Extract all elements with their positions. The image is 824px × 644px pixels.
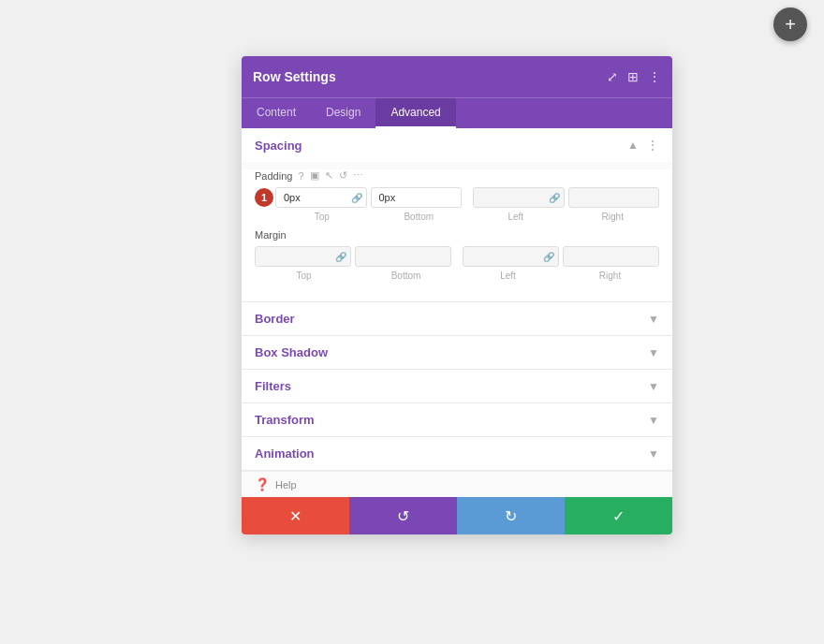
padding-col-labels: Top Bottom Left Right <box>275 212 659 222</box>
tab-advanced[interactable]: Advanced <box>375 98 455 128</box>
redo-button[interactable]: ↻ <box>457 497 565 534</box>
margin-right-input[interactable] <box>563 246 659 267</box>
spacing-content: Padding ? ▣ ↖ ↺ ⋯ 1 🔗 <box>242 169 672 301</box>
margin-divider <box>455 246 459 267</box>
padding-right-label: Right <box>566 212 660 222</box>
section-box-shadow-header[interactable]: Box Shadow ▼ <box>242 336 672 369</box>
panel-footer: ✕ ↺ ↻ ✓ <box>242 497 672 534</box>
padding-left-group: 🔗 <box>473 187 565 208</box>
margin-left-label: Left <box>459 271 557 281</box>
margin-bottom-label: Bottom <box>357 271 455 281</box>
margin-right-group <box>563 246 659 267</box>
layout-icon[interactable]: ⊞ <box>627 69 639 84</box>
help-text: Help <box>275 479 297 490</box>
padding-top-group: 🔗 <box>275 187 367 208</box>
undo-icon: ↺ <box>397 507 409 525</box>
section-transform-title: Transform <box>255 413 648 427</box>
padding-divider <box>465 187 469 208</box>
padding-top-label: Top <box>275 212 369 222</box>
panel-header: Row Settings ⤢ ⊞ ⋮ <box>242 56 672 97</box>
section-filters-title: Filters <box>255 379 648 393</box>
cancel-icon: ✕ <box>289 507 302 525</box>
row-settings-panel: Row Settings ⤢ ⊞ ⋮ Content Design Advanc… <box>242 56 672 534</box>
transform-chevron-icon: ▼ <box>648 414 659 427</box>
expand-icon[interactable]: ⤢ <box>607 69 618 84</box>
tabs-bar: Content Design Advanced <box>242 97 672 128</box>
section-spacing-header[interactable]: Spacing ▲ ⋮ <box>242 128 672 162</box>
section-transform: Transform ▼ <box>242 403 672 437</box>
section-spacing: Spacing ▲ ⋮ Padding ? ▣ ↖ ↺ ⋯ 1 <box>242 128 672 302</box>
chevron-up-icon[interactable]: ▲ <box>627 139 639 152</box>
animation-chevron-icon: ▼ <box>648 447 659 461</box>
section-spacing-icons: ▲ ⋮ <box>627 138 659 153</box>
margin-label-row: Margin <box>255 229 659 241</box>
section-border-title: Border <box>255 312 648 326</box>
box-shadow-chevron-icon: ▼ <box>648 346 659 359</box>
section-animation: Animation ▼ <box>242 437 672 471</box>
margin-top-group: 🔗 <box>255 246 351 267</box>
margin-bottom-group <box>355 246 451 267</box>
padding-inputs-wrapper: 1 🔗 🔗 <box>275 187 659 208</box>
margin-top-label: Top <box>255 271 353 281</box>
padding-input-row: 🔗 🔗 <box>275 187 659 208</box>
margin-bottom-input[interactable] <box>355 246 451 267</box>
padding-label-row: Padding ? ▣ ↖ ↺ ⋯ <box>255 169 659 182</box>
padding-device-icon[interactable]: ▣ <box>310 169 319 182</box>
padding-bottom-input[interactable] <box>371 187 463 208</box>
more-icon[interactable]: ⋮ <box>648 69 661 84</box>
undo-button[interactable]: ↺ <box>349 497 457 534</box>
tab-design[interactable]: Design <box>311 98 375 128</box>
margin-link-icon: 🔗 <box>335 252 346 262</box>
help-circle-icon: ❓ <box>255 477 270 491</box>
section-transform-header[interactable]: Transform ▼ <box>242 403 672 436</box>
panel-body: Spacing ▲ ⋮ Padding ? ▣ ↖ ↺ ⋯ 1 <box>242 128 672 497</box>
plus-icon: + <box>785 14 796 36</box>
section-filters-header[interactable]: Filters ▼ <box>242 370 672 402</box>
tab-content[interactable]: Content <box>242 98 311 128</box>
section-filters: Filters ▼ <box>242 370 672 403</box>
margin-left-group: 🔗 <box>463 246 559 267</box>
margin-link-icon-2: 🔗 <box>543 252 554 262</box>
padding-right-group <box>568 187 660 208</box>
padding-bottom-label: Bottom <box>373 212 466 222</box>
section-animation-header[interactable]: Animation ▼ <box>242 437 672 470</box>
save-icon: ✓ <box>612 507 625 525</box>
padding-link-icon: 🔗 <box>351 193 362 203</box>
section-spacing-title: Spacing <box>255 139 627 153</box>
margin-label: Margin <box>255 229 287 241</box>
padding-more-icon[interactable]: ⋯ <box>353 169 363 182</box>
section-border-header[interactable]: Border ▼ <box>242 302 672 335</box>
panel-title: Row Settings <box>253 69 607 84</box>
redo-icon: ↻ <box>505 507 517 525</box>
padding-cursor-icon[interactable]: ↖ <box>325 169 333 182</box>
section-box-shadow-title: Box Shadow <box>255 345 648 359</box>
border-chevron-icon: ▼ <box>648 313 659 326</box>
cancel-button[interactable]: ✕ <box>242 497 349 534</box>
padding-right-input[interactable] <box>568 187 660 208</box>
padding-label: Padding <box>255 170 292 182</box>
section-more-icon[interactable]: ⋮ <box>646 138 659 153</box>
filters-chevron-icon: ▼ <box>648 380 659 393</box>
section-border: Border ▼ <box>242 302 672 336</box>
padding-help-icon[interactable]: ? <box>298 170 303 182</box>
fab-add-button[interactable]: + <box>773 7 807 41</box>
step-badge-1: 1 <box>255 188 273 207</box>
padding-link-icon-2: 🔗 <box>549 193 560 203</box>
help-bar: ❓ Help <box>242 471 672 497</box>
margin-inputs-wrapper: 🔗 🔗 <box>255 246 659 267</box>
padding-bottom-group <box>371 187 463 208</box>
save-button[interactable]: ✓ <box>565 497 672 534</box>
section-animation-title: Animation <box>255 446 648 461</box>
padding-left-label: Left <box>469 212 563 222</box>
padding-reset-icon[interactable]: ↺ <box>339 169 347 182</box>
section-box-shadow: Box Shadow ▼ <box>242 336 672 370</box>
margin-col-labels: Top Bottom Left Right <box>255 271 659 281</box>
margin-input-row: 🔗 🔗 <box>255 246 659 267</box>
margin-right-label: Right <box>561 271 659 281</box>
header-icons: ⤢ ⊞ ⋮ <box>607 69 661 84</box>
